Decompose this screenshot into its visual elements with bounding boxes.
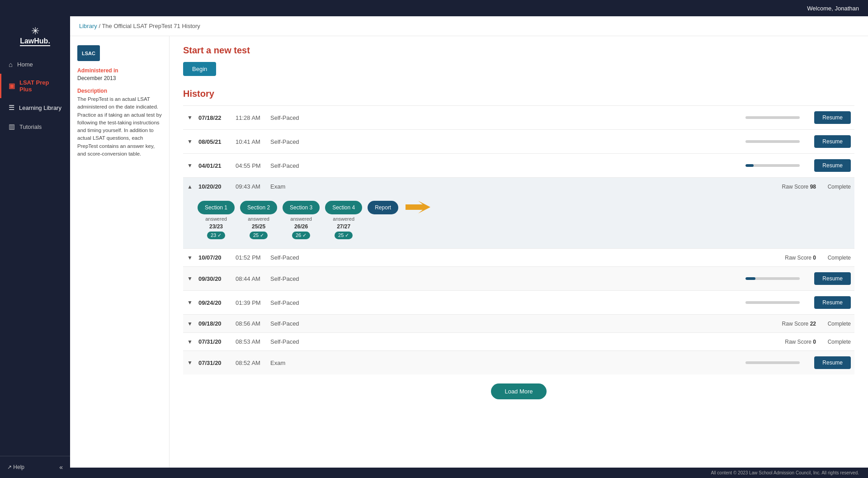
- row-chevron[interactable]: ▼: [187, 114, 193, 121]
- section-item-2: Section 2 answered 25/25 25 ✓: [240, 201, 277, 239]
- collapse-button[interactable]: «: [59, 464, 63, 471]
- resume-button[interactable]: Resume: [814, 111, 851, 124]
- progress-bar-fill: [745, 277, 755, 280]
- sidebar-item-tutorials[interactable]: ▥ Tutorials: [0, 117, 70, 136]
- section-2-button[interactable]: Section 2: [240, 201, 277, 214]
- row-date: 07/31/20: [198, 338, 230, 345]
- section-answered: answered: [205, 216, 227, 222]
- history-row: ▼ 07/31/20 08:52 AM Exam Resume: [183, 350, 854, 374]
- sidebar-item-home[interactable]: ⌂ Home: [0, 55, 70, 74]
- inner-layout: LSAC Administered in December 2013 Descr…: [70, 36, 868, 468]
- section-answered: answered: [248, 216, 269, 222]
- row-time: 10:41 AM: [236, 138, 265, 145]
- sidebar-item-label: LSAT Prep Plus: [19, 79, 63, 93]
- row-progress: [745, 116, 809, 119]
- resume-button[interactable]: Resume: [814, 272, 851, 285]
- row-date: 09/24/20: [198, 299, 230, 306]
- row-date: 04/01/21: [198, 162, 230, 169]
- row-time: 11:28 AM: [236, 114, 265, 121]
- logo-text: LawHub.: [20, 37, 50, 46]
- load-more-area: Load More: [183, 374, 854, 404]
- help-link[interactable]: ↗ Help: [7, 464, 24, 470]
- progress-bar-fill: [745, 164, 754, 167]
- row-complete: Complete: [821, 255, 851, 261]
- row-progress: [745, 301, 809, 304]
- row-chevron[interactable]: ▼: [187, 162, 193, 169]
- section-4-button[interactable]: Section 4: [325, 201, 362, 214]
- resume-button[interactable]: Resume: [814, 356, 851, 369]
- history-row: ▼ 09/18/20 08:56 AM Self-Paced Raw Score…: [183, 314, 854, 332]
- row-chevron[interactable]: ▼: [187, 275, 193, 282]
- sidebar-item-learning-library[interactable]: ☰ Learning Library: [0, 98, 70, 117]
- progress-bar-bg: [745, 361, 800, 364]
- row-chevron[interactable]: ▼: [187, 299, 193, 306]
- left-panel: LSAC Administered in December 2013 Descr…: [70, 36, 170, 468]
- footer: All content © 2023 Law School Admission …: [70, 468, 868, 478]
- arrow-indicator: [406, 201, 430, 213]
- row-progress: [745, 164, 809, 167]
- main-layout: ✳ LawHub. ⌂ Home ▣ LSAT Prep Plus ☰ Lear…: [0, 16, 868, 478]
- resume-button[interactable]: Resume: [814, 159, 851, 172]
- row-complete: Complete: [821, 184, 851, 190]
- sidebar-bottom: ↗ Help «: [0, 456, 70, 478]
- section-3-button[interactable]: Section 3: [283, 201, 320, 214]
- row-time: 04:55 PM: [236, 162, 265, 169]
- row-progress: [745, 140, 809, 143]
- history-list: ▼ 07/18/22 11:28 AM Self-Paced Resume: [183, 105, 854, 374]
- row-type: Self-Paced: [270, 299, 740, 306]
- begin-button[interactable]: Begin: [183, 62, 216, 76]
- row-date: 10/20/20: [198, 183, 230, 190]
- svg-marker-0: [406, 201, 430, 213]
- row-chevron[interactable]: ▼: [187, 321, 193, 327]
- lsac-badge: LSAC: [77, 45, 100, 61]
- resume-button[interactable]: Resume: [814, 296, 851, 309]
- section-count: 25/25: [252, 223, 265, 230]
- section-item-3: Section 3 answered 26/26 26 ✓: [283, 201, 320, 239]
- section-item-4: Section 4 answered 27/27 25 ✓: [325, 201, 362, 239]
- row-progress: [745, 361, 809, 364]
- row-score: Raw Score 0: [771, 339, 816, 345]
- lsac-text: LSAC: [82, 51, 95, 56]
- start-new-test-title: Start a new test: [183, 45, 854, 56]
- row-chevron[interactable]: ▲: [187, 184, 193, 190]
- history-row: ▼ 04/01/21 04:55 PM Self-Paced Resume: [183, 153, 854, 177]
- history-row: ▼ 07/31/20 08:53 AM Self-Paced Raw Score…: [183, 332, 854, 350]
- row-chevron[interactable]: ▼: [187, 138, 193, 145]
- breadcrumb: Library / The Official LSAT PrepTest 71 …: [70, 16, 868, 36]
- history-row-expanded: ▲ 10/20/20 09:43 AM Exam Raw Score 98 Co…: [183, 177, 854, 248]
- description-label: Description: [77, 88, 162, 94]
- history-expanded: Section 1 answered 23/23 23 ✓ Section 2 …: [183, 195, 854, 248]
- section-answered: answered: [290, 216, 312, 222]
- breadcrumb-library-link[interactable]: Library: [79, 23, 97, 29]
- progress-bar-bg: [745, 164, 800, 167]
- sidebar-item-label: Learning Library: [19, 104, 61, 111]
- tutorials-icon: ▥: [9, 123, 15, 131]
- row-date: 09/18/20: [198, 320, 230, 327]
- progress-bar-bg: [745, 116, 800, 119]
- content-area: Library / The Official LSAT PrepTest 71 …: [70, 16, 868, 478]
- main-section: Start a new test Begin History ▼ 07/18/2…: [170, 36, 868, 468]
- row-chevron[interactable]: ▼: [187, 339, 193, 345]
- row-type: Self-Paced: [270, 162, 740, 169]
- load-more-button[interactable]: Load More: [491, 383, 546, 399]
- report-button[interactable]: Report: [368, 201, 398, 214]
- breadcrumb-current: The Official LSAT PrepTest 71 History: [102, 23, 200, 29]
- row-date: 08/05/21: [198, 138, 230, 145]
- sidebar-item-label: Home: [17, 61, 33, 68]
- section-check: 25 ✓: [335, 232, 353, 239]
- row-time: 08:53 AM: [236, 338, 265, 345]
- row-chevron[interactable]: ▼: [187, 360, 193, 366]
- row-time: 09:43 AM: [236, 183, 265, 190]
- library-icon: ☰: [9, 104, 14, 112]
- row-time: 08:56 AM: [236, 320, 265, 327]
- row-chevron[interactable]: ▼: [187, 255, 193, 261]
- section-check: 25 ✓: [250, 232, 268, 239]
- resume-button[interactable]: Resume: [814, 135, 851, 148]
- progress-bar-bg: [745, 140, 800, 143]
- section-count: 27/27: [337, 223, 350, 230]
- footer-text: All content © 2023 Law School Admission …: [711, 470, 859, 475]
- section-1-button[interactable]: Section 1: [198, 201, 235, 214]
- sidebar-item-lsat-prep[interactable]: ▣ LSAT Prep Plus: [0, 74, 70, 98]
- logo-icon: ✳: [7, 25, 63, 37]
- section-count: 23/23: [209, 223, 223, 230]
